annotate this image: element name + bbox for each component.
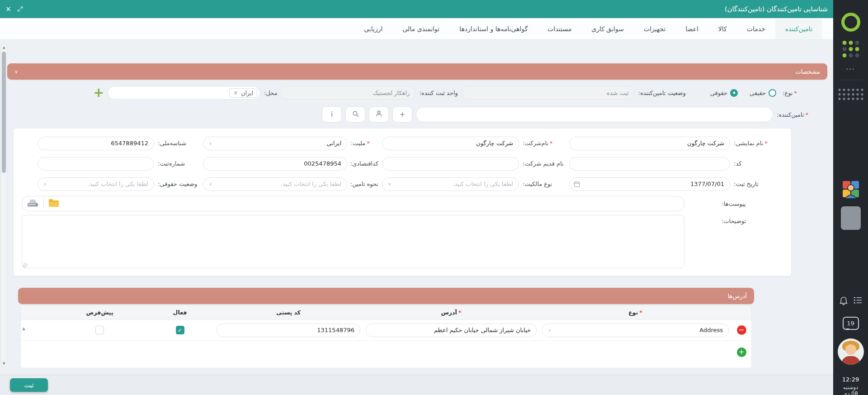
chevron-down-icon: ∨ <box>209 181 212 186</box>
sidebar-divider <box>839 80 863 80</box>
add-row-button[interactable]: + <box>737 347 746 357</box>
calendar-icon[interactable] <box>574 181 580 187</box>
chevron-down-icon: ∨ <box>548 328 551 333</box>
tab-certificates-standards[interactable]: گواهی‌نامه‌ها و استانداردها <box>449 19 538 39</box>
tab-services[interactable]: خدمات <box>737 19 775 39</box>
registration-date-field[interactable] <box>569 177 730 191</box>
old-company-name-input[interactable] <box>382 157 519 171</box>
postal-code-input[interactable] <box>217 324 360 337</box>
tab-supplier[interactable]: تامین‌کننده <box>775 19 822 39</box>
form-row-attachments: پیوست‌ها: <box>22 196 783 211</box>
folder-icon[interactable] <box>48 199 59 209</box>
company-name-label: *نام‌شرکت: <box>523 140 566 147</box>
registration-date-input[interactable] <box>569 177 730 191</box>
tab-work-history[interactable]: سوابق کاری <box>581 19 634 39</box>
addresses-section-header[interactable]: آدرس‌ها <box>18 288 754 304</box>
tab-documents[interactable]: مستندات <box>538 19 581 39</box>
details-section-header[interactable]: مشخصات ∨ <box>7 63 827 80</box>
address-type-select[interactable]: Address ∨ <box>542 324 729 337</box>
scroll-up-arrow-icon[interactable]: ▲ <box>1 45 7 49</box>
plus-icon: + <box>400 110 406 119</box>
app-launcher-grid-icon[interactable] <box>838 89 863 100</box>
address-input[interactable] <box>366 324 537 337</box>
expand-icon[interactable]: ⤢ <box>18 6 23 13</box>
ownership-type-label: نوع مالکیت: <box>523 181 566 187</box>
description-textarea[interactable] <box>22 215 684 268</box>
location-label: محل: <box>264 90 278 96</box>
radio-legal[interactable]: حقوقی <box>710 89 738 97</box>
task-list-icon[interactable] <box>852 295 863 307</box>
details-form-panel: *نام نمایشی: *نام‌شرکت: *ملیت: ایرانی ∨ … <box>14 128 791 276</box>
default-checkbox[interactable] <box>95 326 104 334</box>
tab-evaluation[interactable]: ارزیابی <box>354 19 392 39</box>
tab-equipment[interactable]: تجهیزات <box>634 19 675 39</box>
row-remove-cell: − <box>731 325 751 335</box>
resize-grip-icon[interactable] <box>23 263 28 267</box>
registration-number-input[interactable] <box>38 157 154 171</box>
company-name-input[interactable] <box>382 137 519 150</box>
location-tag-chip: ایران × <box>229 88 257 98</box>
chevron-down-icon: ∨ <box>43 181 47 186</box>
radio-legal-circle[interactable] <box>730 89 738 97</box>
notification-count-badge[interactable]: 19 <box>843 317 859 330</box>
attachments-label: پیوست‌ها: <box>684 200 783 207</box>
table-scroll-up-icon[interactable]: ▲ <box>22 326 25 331</box>
user-avatar[interactable] <box>838 338 864 365</box>
radio-individual-circle[interactable] <box>769 89 776 97</box>
location-input[interactable]: ایران × <box>108 86 260 100</box>
avatar-face <box>845 344 856 355</box>
row-type-cell: Address ∨ <box>539 324 731 337</box>
remove-row-button[interactable]: − <box>737 325 746 335</box>
main-content: ▲ ▼ مشخصات ∨ *نوع: حقیقی حقوقی وضعیت تام… <box>0 40 833 375</box>
scrollbar-thumb[interactable] <box>2 52 6 173</box>
scanner-icon[interactable] <box>27 198 39 209</box>
form-row-names: *نام نمایشی: *نام‌شرکت: *ملیت: ایرانی ∨ … <box>22 133 783 153</box>
addresses-section-title: آدرس‌ها <box>728 293 747 300</box>
add-location-icon[interactable]: + <box>93 86 104 99</box>
active-checkbox[interactable]: ✓ <box>176 326 184 334</box>
select-person-button[interactable] <box>369 106 389 123</box>
economic-code-input[interactable] <box>203 157 347 171</box>
row-active-cell: ✓ <box>146 326 214 334</box>
nationality-select[interactable]: ایرانی ∨ <box>203 137 347 150</box>
old-company-name-label: نام قدیم شرکت: <box>523 160 566 167</box>
code-input[interactable] <box>569 157 730 171</box>
app-sidebar: ⋯ <box>833 0 868 395</box>
row-address-cell <box>363 324 539 337</box>
inactive-window-tile[interactable] <box>841 206 861 230</box>
close-icon[interactable]: × <box>5 6 11 13</box>
supplier-input[interactable] <box>416 107 773 122</box>
remove-tag-icon[interactable]: × <box>233 90 238 96</box>
clock-weekday: دوشنبه <box>843 384 858 390</box>
form-row-date-ownership: تاریخ ثبت: نوع مالکیت: لطفا یکی را انتخا… <box>22 174 783 194</box>
column-postal-code: کد پستی <box>214 309 363 316</box>
legal-status-placeholder: لطفا یکی را انتخاب کنید. <box>88 181 148 187</box>
tab-members[interactable]: اعضا <box>675 19 708 39</box>
apps-dots-icon[interactable] <box>842 41 859 57</box>
brand-ring-icon[interactable] <box>841 13 860 32</box>
info-button[interactable]: i <box>322 106 342 123</box>
address-table-row: − Address ∨ ✓ <box>21 320 751 341</box>
collapse-chevron-icon[interactable]: ∨ <box>14 69 18 75</box>
tab-financial-capability[interactable]: توانمندی مالی <box>392 19 449 39</box>
search-supplier-button[interactable] <box>345 106 365 123</box>
national-id-input[interactable] <box>38 137 154 150</box>
more-menu-icon[interactable]: ⋯ <box>846 63 856 74</box>
ownership-type-select[interactable]: لطفا یکی را انتخاب کنید. ∨ <box>382 177 519 191</box>
window-controls: × ⤢ <box>5 6 23 13</box>
submit-button[interactable]: ثبت <box>10 378 48 392</box>
attachments-box[interactable] <box>22 196 684 211</box>
supply-method-select[interactable]: لطفا یکی را انتخاب کنید. ∨ <box>203 177 347 191</box>
scroll-down-arrow-icon[interactable]: ▼ <box>1 362 7 366</box>
bell-icon[interactable] <box>838 295 849 307</box>
display-name-input[interactable] <box>569 137 730 150</box>
add-supplier-button[interactable]: + <box>392 106 412 123</box>
addresses-table-header: *نوع *آدرس کد پستی فعال پیش‌فرض <box>21 305 751 320</box>
vertical-scrollbar[interactable]: ▲ ▼ <box>0 43 7 367</box>
suppliers-module-icon[interactable] <box>841 179 861 201</box>
radio-individual[interactable]: حقیقی <box>750 89 776 97</box>
legal-status-select[interactable]: لطفا یکی را انتخاب کنید. ∨ <box>38 177 154 191</box>
form-row-supplier: *تامین‌کننده: + i <box>14 106 808 123</box>
supply-method-placeholder: لطفا یکی را انتخاب کنید. <box>281 181 341 187</box>
tab-goods[interactable]: کالا <box>708 19 737 39</box>
